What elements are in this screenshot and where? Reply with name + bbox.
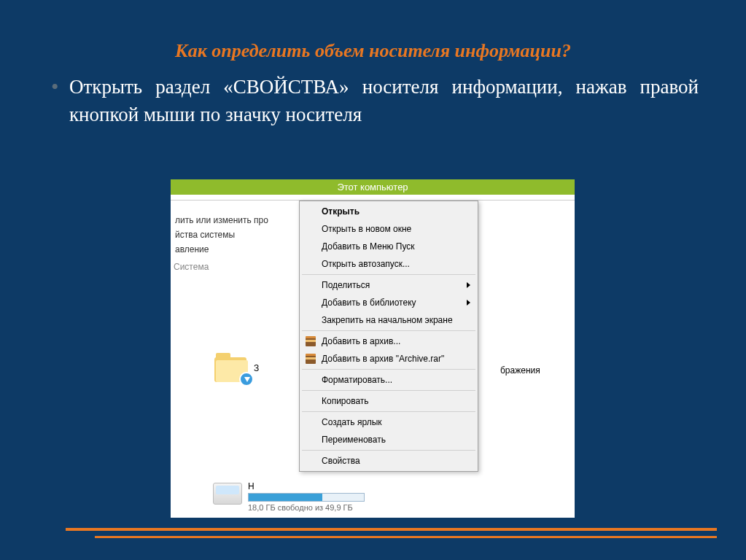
slide-bullet: Открыть раздел «СВОЙСТВА» носителя инфор… <box>0 73 746 129</box>
window-title-bar: Этот компьютер <box>171 179 575 195</box>
slide: Как определить объем носителя информации… <box>0 0 746 560</box>
winrar-icon <box>306 354 316 364</box>
folder-label-fragment: З <box>254 363 259 373</box>
hard-drive-icon <box>213 483 242 505</box>
menu-copy[interactable]: Копировать <box>301 392 476 410</box>
winrar-icon <box>306 336 316 346</box>
drive-name: Н <box>248 481 373 493</box>
window-toolbar <box>171 195 575 201</box>
footer-accent-line-thin <box>95 536 717 538</box>
menu-add-archive-rar-label: Добавить в архив "Archive.rar" <box>322 354 444 364</box>
slide-title: Как определить объем носителя информации… <box>0 0 746 73</box>
menu-separator <box>302 330 475 331</box>
sidebar-group: Система <box>172 260 299 274</box>
menu-add-start[interactable]: Добавить в Меню Пуск <box>301 238 476 255</box>
menu-create-shortcut[interactable]: Создать ярлык <box>301 413 476 431</box>
drive-item[interactable]: Н 18,0 ГБ свободно из 49,9 ГБ <box>213 481 373 512</box>
menu-pin-start[interactable]: Закрепить на начальном экране <box>301 311 476 329</box>
menu-separator <box>302 450 475 451</box>
sidebar: лить или изменить про йства системы авле… <box>171 210 299 277</box>
explorer-window: Этот компьютер лить или изменить про йст… <box>171 179 575 518</box>
context-menu: Открыть Открыть в новом окне Добавить в … <box>299 201 478 472</box>
download-arrow-icon <box>239 372 254 386</box>
sidebar-item[interactable]: лить или изменить про <box>172 213 299 228</box>
menu-separator <box>302 369 475 370</box>
menu-separator <box>302 411 475 412</box>
menu-add-archive[interactable]: Добавить в архив... <box>301 332 476 350</box>
menu-open-new-window[interactable]: Открыть в новом окне <box>301 220 476 238</box>
menu-separator <box>302 274 475 275</box>
drive-usage-bar <box>248 493 365 502</box>
menu-rename[interactable]: Переименовать <box>301 431 476 448</box>
drive-free-text: 18,0 ГБ свободно из 49,9 ГБ <box>248 502 373 512</box>
menu-properties[interactable]: Свойства <box>301 452 476 470</box>
menu-share[interactable]: Поделиться <box>301 276 476 294</box>
sidebar-item[interactable]: йства системы <box>172 228 299 242</box>
folder-label-fragment-right: бражения <box>500 365 540 376</box>
downloads-folder-icon[interactable] <box>214 354 249 384</box>
menu-add-archive-rar[interactable]: Добавить в архив "Archive.rar" <box>301 350 476 368</box>
menu-separator <box>302 390 475 391</box>
menu-add-archive-label: Добавить в архив... <box>322 336 400 346</box>
footer-accent-line <box>66 528 717 531</box>
menu-format[interactable]: Форматировать... <box>301 371 476 389</box>
menu-add-library[interactable]: Добавить в библиотеку <box>301 294 476 311</box>
menu-open[interactable]: Открыть <box>301 203 476 220</box>
menu-open-autorun[interactable]: Открыть автозапуск... <box>301 255 476 273</box>
drive-usage-fill <box>249 494 322 501</box>
sidebar-item[interactable]: авление <box>172 242 299 257</box>
